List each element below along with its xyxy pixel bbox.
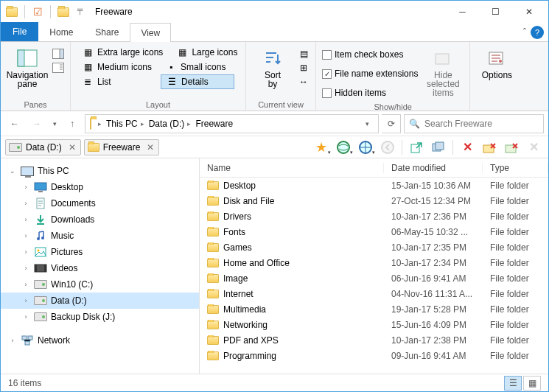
qat-overflow[interactable]: 〒: [73, 4, 89, 20]
group-by-icon[interactable]: ▤: [298, 48, 310, 60]
file-row[interactable]: Drivers10-Jan-17 2:36 PMFile folder: [200, 209, 548, 224]
path-tab-freeware[interactable]: Freeware ✕: [84, 139, 160, 155]
tree-item-desktop[interactable]: ›Desktop: [1, 179, 199, 195]
navigation-tree[interactable]: ⌄ This PC ›Desktop›Documents›Downloads›M…: [1, 158, 200, 374]
chevron-right-icon[interactable]: ›: [21, 200, 30, 207]
hide-selected-button[interactable]: Hide selected items: [422, 45, 464, 100]
forward-button[interactable]: →: [27, 114, 46, 133]
chevron-right-icon[interactable]: ›: [21, 183, 30, 191]
layout-medium[interactable]: ▦Medium icons: [77, 60, 157, 74]
qat-properties-icon[interactable]: ☑: [29, 4, 46, 20]
layout-extra-large[interactable]: ▦Extra large icons: [77, 45, 168, 60]
file-row[interactable]: Desktop15-Jan-15 10:36 AMFile folder: [200, 178, 548, 193]
nav-globe2-button[interactable]: ▾: [355, 138, 376, 157]
hidden-items-toggle[interactable]: Hidden items: [322, 85, 418, 101]
minimize-button[interactable]: ─: [446, 1, 479, 22]
svg-rect-1: [18, 50, 24, 66]
nav-globe1-button[interactable]: ▾: [333, 138, 354, 157]
tree-item-music[interactable]: ›Music: [1, 228, 199, 244]
file-row[interactable]: PDF and XPS10-Jan-17 2:38 PMFile folder: [200, 332, 548, 348]
tree-item-data-d-[interactable]: ›Data (D:): [1, 293, 199, 309]
file-row[interactable]: Networking15-Jun-16 4:09 PMFile folder: [200, 317, 548, 332]
chevron-down-icon[interactable]: ⌄: [8, 167, 17, 175]
chevron-right-icon[interactable]: ›: [21, 216, 30, 223]
chevron-right-icon[interactable]: ›: [21, 313, 30, 321]
view-details-button[interactable]: ☰: [504, 376, 522, 391]
help-icon[interactable]: ?: [531, 26, 544, 39]
options-label: Options: [482, 71, 512, 80]
file-row[interactable]: Fonts06-May-15 10:32 ...File folder: [200, 224, 548, 239]
file-row[interactable]: Home and Office10-Jan-17 2:34 PMFile fol…: [200, 255, 548, 270]
tab-view[interactable]: View: [130, 23, 171, 42]
item-check-boxes-toggle[interactable]: Item check boxes: [322, 46, 418, 63]
delete-permanent-button[interactable]: [501, 138, 522, 157]
search-field[interactable]: [424, 119, 539, 129]
tree-item-documents[interactable]: ›Documents: [1, 195, 199, 211]
collapse-ribbon-icon[interactable]: ˆ: [523, 27, 526, 38]
chevron-right-icon[interactable]: ›: [21, 232, 30, 239]
column-name[interactable]: Name: [200, 163, 384, 173]
ribbon-group-show-hide: Item check boxes ✓File name extensions H…: [316, 42, 470, 111]
tab-file[interactable]: File: [1, 22, 38, 41]
layout-small[interactable]: ▪Small icons: [160, 60, 231, 74]
nav-back-round-button[interactable]: [377, 138, 398, 157]
crumb-this-pc[interactable]: This PC▸: [104, 115, 147, 133]
close-tab-icon[interactable]: ✕: [69, 142, 76, 153]
add-columns-icon[interactable]: ⊞: [298, 62, 310, 74]
tree-item-win10-c-[interactable]: ›Win10 (C:): [1, 276, 199, 293]
chevron-right-icon[interactable]: ›: [8, 337, 17, 344]
close-button[interactable]: ✕: [512, 1, 545, 22]
details-pane-icon[interactable]: [52, 62, 64, 74]
tree-network[interactable]: › Network: [1, 332, 199, 349]
navigation-pane-button[interactable]: Navigation pane: [7, 45, 48, 91]
refresh-button[interactable]: ⟳: [382, 114, 401, 133]
tree-item-downloads[interactable]: ›Downloads: [1, 211, 199, 228]
file-row[interactable]: Disk and File27-Oct-15 12:34 PMFile fold…: [200, 193, 548, 209]
layout-details[interactable]: ☰Details: [161, 74, 234, 89]
back-button[interactable]: ←: [5, 114, 24, 133]
chevron-right-icon[interactable]: ›: [21, 297, 30, 304]
open-external-button[interactable]: [406, 138, 427, 157]
file-list[interactable]: Desktop15-Jan-15 10:36 AMFile folderDisk…: [200, 178, 548, 374]
copy-window-button[interactable]: [428, 138, 449, 157]
chevron-right-icon[interactable]: ›: [21, 281, 30, 288]
address-dropdown-icon[interactable]: ▾: [357, 114, 377, 133]
file-row[interactable]: Programming09-Jun-16 9:41 AMFile folder: [200, 348, 548, 363]
up-button[interactable]: ↑: [63, 114, 82, 133]
path-tab-data-d[interactable]: Data (D:) ✕: [5, 139, 81, 155]
chevron-right-icon[interactable]: ›: [21, 265, 30, 272]
tree-item-backup-disk-j-[interactable]: ›Backup Disk (J:): [1, 309, 199, 325]
file-row[interactable]: Multimedia19-Jan-17 5:28 PMFile folder: [200, 301, 548, 317]
options-button[interactable]: Options: [476, 45, 517, 83]
layout-list[interactable]: ≣List: [77, 74, 158, 89]
file-name-extensions-toggle[interactable]: ✓File name extensions: [322, 66, 418, 82]
crumb-freeware[interactable]: Freeware: [193, 115, 235, 133]
tab-home[interactable]: Home: [38, 22, 84, 41]
preview-pane-icon[interactable]: [52, 48, 64, 60]
column-type[interactable]: Type: [483, 163, 548, 173]
tree-item-videos[interactable]: ›Videos: [1, 260, 199, 276]
favorites-button[interactable]: ★▾: [311, 138, 332, 157]
column-date[interactable]: Date modified: [384, 163, 483, 173]
breadcrumb[interactable]: ▸ This PC▸ Data (D:)▸ Freeware ▾: [85, 114, 379, 133]
maximize-button[interactable]: ☐: [479, 1, 512, 22]
qat-folder-icon[interactable]: [55, 4, 71, 20]
file-row[interactable]: Internet04-Nov-16 11:31 A...File folder: [200, 286, 548, 301]
crumb-data-d[interactable]: Data (D:)▸: [147, 115, 194, 133]
recent-locations-button[interactable]: ▾: [49, 114, 60, 133]
file-row[interactable]: Games10-Jan-17 2:35 PMFile folder: [200, 239, 548, 255]
size-columns-icon[interactable]: ↔: [298, 76, 310, 88]
search-input[interactable]: 🔍: [404, 114, 544, 133]
more-button[interactable]: ✕: [523, 138, 544, 157]
tree-item-pictures[interactable]: ›Pictures: [1, 244, 199, 260]
file-row[interactable]: Image06-Jun-16 9:41 AMFile folder: [200, 270, 548, 286]
tab-share[interactable]: Share: [84, 22, 130, 41]
view-thumbnails-button[interactable]: ▦: [523, 376, 541, 391]
delete-button[interactable]: ✕: [457, 138, 478, 157]
delete-folder-button[interactable]: [479, 138, 500, 157]
layout-large[interactable]: ▦Large icons: [171, 45, 242, 60]
close-tab-icon[interactable]: ✕: [147, 142, 154, 153]
sort-by-button[interactable]: Sort by: [252, 45, 293, 91]
tree-this-pc[interactable]: ⌄ This PC: [1, 163, 199, 179]
chevron-right-icon[interactable]: ›: [21, 248, 30, 256]
